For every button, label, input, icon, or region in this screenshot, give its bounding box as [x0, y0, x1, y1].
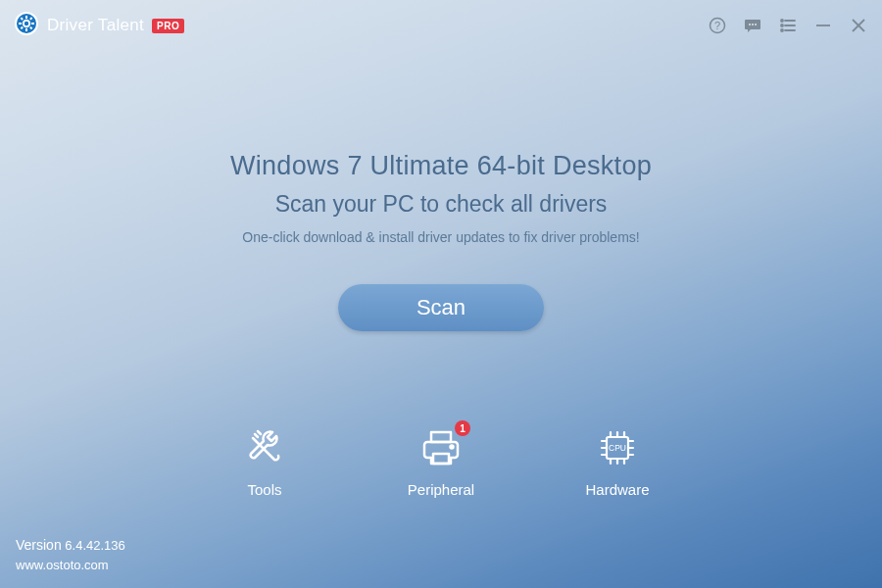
version-line: Version 6.4.42.136 [16, 535, 125, 556]
svg-rect-5 [19, 23, 22, 24]
svg-point-27 [451, 446, 454, 449]
cpu-icon: CPU [594, 424, 641, 471]
title-controls: ? [708, 16, 868, 35]
svg-point-13 [749, 24, 751, 25]
svg-point-15 [755, 24, 757, 25]
description-text: One-click download & install driver upda… [0, 229, 882, 245]
nav-peripheral[interactable]: 1 Peripheral [397, 424, 485, 498]
scan-subhead: Scan your PC to check all drivers [0, 191, 882, 218]
svg-rect-4 [25, 28, 27, 31]
logo-gear-icon [14, 11, 39, 40]
svg-point-20 [781, 29, 783, 31]
app-window: Driver Talent PRO ? Windows 7 Ultimate 6… [0, 0, 882, 588]
nav-hardware[interactable]: CPU Hardware [573, 424, 662, 498]
minimize-icon[interactable] [813, 16, 833, 35]
tools-icon [241, 424, 288, 471]
main-content: Windows 7 Ultimate 64-bit Desktop Scan y… [0, 43, 882, 498]
brand: Driver Talent PRO [14, 11, 184, 40]
scan-button[interactable]: Scan [338, 284, 544, 331]
help-icon[interactable]: ? [708, 16, 727, 35]
menu-icon[interactable] [778, 16, 798, 35]
version-word: Version [16, 537, 62, 553]
nav-row: Tools 1 Peripheral [0, 424, 882, 498]
svg-rect-26 [433, 454, 449, 464]
nav-peripheral-label: Peripheral [408, 481, 474, 498]
system-headline: Windows 7 Ultimate 64-bit Desktop [0, 151, 882, 181]
svg-text:?: ? [714, 20, 720, 31]
svg-rect-25 [431, 432, 451, 442]
svg-rect-6 [31, 23, 34, 24]
footer: Version 6.4.42.136 www.ostoto.com [16, 535, 125, 575]
feedback-icon[interactable] [743, 16, 762, 35]
titlebar: Driver Talent PRO ? [0, 0, 882, 43]
svg-text:CPU: CPU [609, 443, 626, 453]
svg-point-18 [781, 24, 783, 26]
app-title: Driver Talent [47, 16, 144, 35]
nav-hardware-label: Hardware [585, 481, 649, 498]
printer-icon: 1 [417, 424, 465, 471]
svg-rect-3 [25, 16, 27, 19]
svg-point-14 [752, 24, 754, 25]
pro-badge: PRO [152, 19, 184, 33]
version-number: 6.4.42.136 [65, 538, 124, 553]
peripheral-badge: 1 [455, 420, 470, 436]
svg-point-16 [781, 20, 783, 22]
nav-tools[interactable]: Tools [220, 424, 309, 498]
website-link[interactable]: www.ostoto.com [16, 556, 125, 575]
nav-tools-label: Tools [247, 481, 281, 498]
close-icon[interactable] [849, 16, 868, 35]
